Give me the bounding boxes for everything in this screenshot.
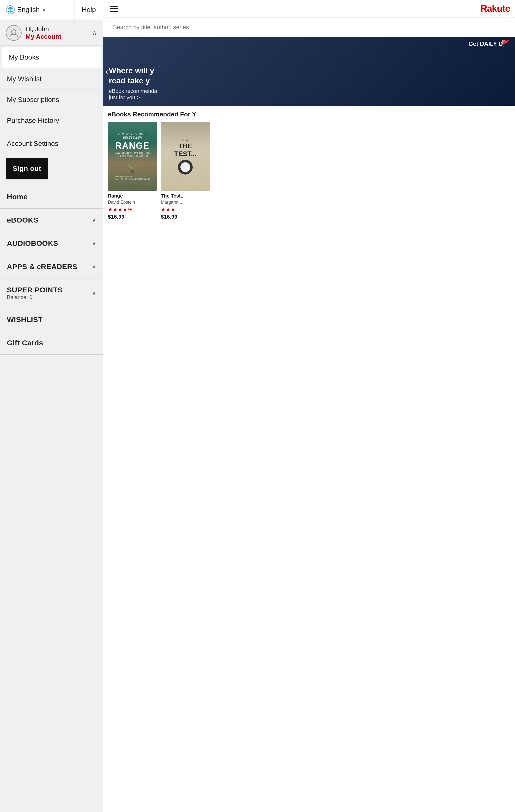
book-title: Range: [108, 193, 157, 199]
search-input[interactable]: [108, 20, 510, 34]
account-settings-label: Account Settings: [7, 140, 58, 148]
menu-item-my-subscriptions[interactable]: My Subscriptions: [0, 89, 103, 110]
language-button[interactable]: 🌐 English ∨: [0, 0, 75, 20]
search-bar: [103, 18, 515, 37]
super-points-balance: Balance: 0: [7, 294, 62, 300]
my-books-label: My Books: [9, 53, 39, 61]
nav-audiobooks-label: AUDIOBOOKS: [7, 239, 58, 248]
book-title: The Test...: [161, 193, 210, 199]
account-chevron-icon: ∧: [92, 29, 97, 36]
banner-sub[interactable]: eBook recommendajust for you >: [109, 88, 157, 101]
super-points-label: SUPER POINTS: [7, 286, 62, 294]
help-label: Help: [82, 6, 96, 14]
menu-item-account-settings[interactable]: Account Settings: [0, 133, 103, 154]
hamburger-line-2: [110, 8, 118, 9]
nav-gift-cards-label: Gift Cards: [7, 339, 43, 347]
nav-item-home[interactable]: Home: [0, 185, 103, 209]
nav-item-audiobooks[interactable]: AUDIOBOOKS ∨: [0, 232, 103, 255]
banner-get-daily: Get DAILY D: [468, 40, 503, 47]
book-price: $16.99: [108, 214, 157, 220]
svg-point-1: [131, 170, 134, 174]
book-author: David Epstein: [108, 200, 157, 205]
sidebar: 🌐 English ∨ Help Hi, John My Account ∧ M…: [0, 0, 103, 812]
nav-apps-label: APPS & eREADERS: [7, 262, 78, 271]
book-stars: ★★★★½: [108, 206, 157, 213]
recommendations-section: eBooks Recommended For Y #1 NEW YORK TIM…: [103, 106, 515, 223]
language-label: English: [17, 6, 40, 14]
nav-item-apps-ereaders[interactable]: APPS & eREADERS ∨: [0, 255, 103, 279]
my-subscriptions-label: My Subscriptions: [7, 96, 59, 104]
ebooks-chevron-icon: ∨: [92, 217, 96, 223]
avatar: [6, 25, 22, 41]
lang-help-row: 🌐 English ∨ Help: [0, 0, 103, 20]
banner-text: Where will yread take y eBook recommenda…: [103, 61, 163, 106]
account-greeting: Hi, John: [26, 25, 88, 33]
nav-home-label: Home: [7, 193, 28, 201]
banner-prev-button[interactable]: ‹: [106, 67, 108, 76]
recommendations-title: eBooks Recommended For Y: [108, 111, 510, 118]
main-header: Rakute: [103, 0, 515, 18]
menu-item-my-wishlist[interactable]: My Wishlist: [0, 69, 103, 89]
account-link: My Account: [26, 33, 88, 40]
language-chevron-icon: ∨: [42, 7, 46, 13]
book-price: $16.99: [161, 214, 210, 220]
globe-icon: 🌐: [6, 5, 15, 14]
book-author: Margaret...: [161, 200, 210, 205]
book-card-atwood[interactable]: ATW THETEST... The Test... Margaret... ★…: [161, 122, 210, 220]
main-content: Rakute ‹ 🚩 Get DAILY D Where will yread …: [103, 0, 515, 812]
super-points-chevron-icon: ∨: [92, 290, 96, 296]
book-cover-range: #1 NEW YORK TIMES BESTSELLER RANGE WHY G…: [108, 122, 157, 191]
hamburger-line-3: [110, 11, 118, 12]
nav-ebooks-label: eBOOKS: [7, 216, 38, 224]
account-row[interactable]: Hi, John My Account ∧: [0, 20, 103, 46]
atwood-cover-circle: [178, 160, 193, 175]
sign-out-button[interactable]: Sign out: [6, 158, 48, 179]
books-row: #1 NEW YORK TIMES BESTSELLER RANGE WHY G…: [108, 122, 510, 220]
banner-area: ‹ 🚩 Get DAILY D Where will yread take y …: [103, 37, 515, 106]
help-button[interactable]: Help: [75, 0, 103, 20]
super-points-info: SUPER POINTS Balance: 0: [7, 286, 62, 300]
book-badge: #1 NEW YORK TIMES BESTSELLER: [111, 133, 154, 140]
book-cover-atwood: ATW THETEST...: [161, 122, 210, 191]
menu-item-purchase-history[interactable]: Purchase History: [0, 110, 103, 131]
nav-item-wishlist[interactable]: WISHLIST: [0, 308, 103, 331]
account-info: Hi, John My Account: [26, 25, 88, 40]
my-wishlist-label: My Wishlist: [7, 75, 42, 83]
hamburger-line-1: [110, 6, 118, 7]
atwood-title-cover: THETEST...: [174, 142, 197, 158]
purchase-history-label: Purchase History: [7, 117, 59, 124]
book-cover-subtitle: WHY GENERALISTS TRIUMPHIN A SPECIALIZED …: [115, 152, 150, 157]
book-stars: ★★★: [161, 206, 210, 213]
banner-headline: Where will yread take y: [109, 66, 157, 86]
book-cover-title: RANGE: [115, 141, 149, 151]
nav-item-super-points[interactable]: SUPER POINTS Balance: 0 ∨: [0, 279, 103, 308]
svg-point-0: [11, 30, 16, 34]
nav-item-ebooks[interactable]: eBOOKS ∨: [0, 209, 103, 232]
atwood-top-text: ATW: [182, 138, 188, 141]
nav-item-gift-cards[interactable]: Gift Cards: [0, 331, 103, 355]
book-cover-author-note: DAVID EPSTEINAUTHOR OF THE SPORTS GENE: [115, 175, 150, 180]
nav-section: Home eBOOKS ∨ AUDIOBOOKS ∨ APPS & eREADE…: [0, 185, 103, 355]
book-cover-illustration: [122, 160, 142, 174]
hamburger-button[interactable]: [108, 4, 120, 14]
banner-flag-icon: 🚩: [502, 39, 510, 48]
menu-item-my-books[interactable]: My Books: [2, 47, 101, 68]
nav-wishlist-label: WISHLIST: [7, 315, 42, 324]
account-menu: My Books My Wishlist My Subscriptions Pu…: [0, 46, 103, 183]
apps-chevron-icon: ∨: [92, 263, 96, 270]
audiobooks-chevron-icon: ∨: [92, 240, 96, 246]
book-card-range[interactable]: #1 NEW YORK TIMES BESTSELLER RANGE WHY G…: [108, 122, 157, 220]
rakuten-logo: Rakute: [481, 3, 510, 14]
